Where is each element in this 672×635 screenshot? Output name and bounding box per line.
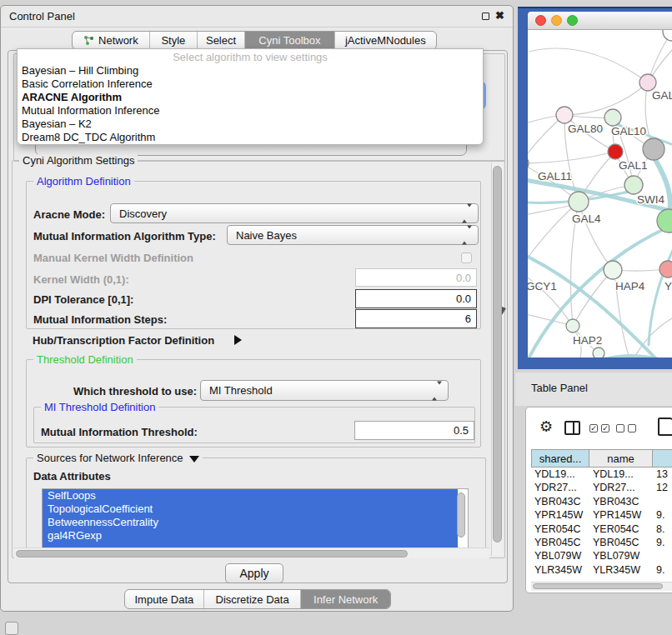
- minimize-traffic-light-icon[interactable]: [551, 15, 562, 26]
- column-header[interactable]: shared...: [531, 449, 589, 468]
- apply-button[interactable]: Apply: [225, 563, 283, 583]
- columns-icon[interactable]: [564, 421, 580, 435]
- table-row[interactable]: YDR27...YDR27...12: [531, 481, 672, 494]
- mi-threshold-field[interactable]: 0.5: [354, 421, 474, 440]
- table-cell: YBL079W: [534, 550, 581, 562]
- which-threshold-combobox[interactable]: MI Threshold: [200, 380, 449, 401]
- network-edge[interactable]: [528, 312, 567, 324]
- network-node-hap4[interactable]: [604, 261, 622, 279]
- network-edge[interactable]: [528, 116, 556, 127]
- network-canvas[interactable]: GALGAL80GAL10GAL1SWI4GAL11GAL4GCY1HAP4YH…: [528, 30, 672, 358]
- column-header[interactable]: [653, 449, 672, 468]
- select-all-check-icon[interactable]: ✓: [589, 424, 598, 432]
- table-row[interactable]: YIL052CYIL052C9.: [531, 577, 672, 578]
- minimized-panel-icon[interactable]: [5, 622, 18, 635]
- close-traffic-light-icon[interactable]: [535, 15, 546, 26]
- dropdown-item[interactable]: ARACNE Algorithm: [18, 91, 483, 104]
- network-edge[interactable]: [528, 115, 564, 163]
- tab-select[interactable]: Select: [198, 32, 245, 49]
- network-node[interactable]: [593, 348, 604, 358]
- network-node-gal10[interactable]: [604, 109, 621, 126]
- deselect-check2-icon[interactable]: [628, 424, 636, 432]
- table-row[interactable]: YDL19...YDL19...13: [531, 468, 672, 481]
- dropdown-item[interactable]: Basic Correlation Inference: [18, 78, 483, 91]
- network-node-gal4[interactable]: [569, 192, 589, 212]
- close-icon[interactable]: ✖: [495, 9, 504, 22]
- network-node-label: GAL80: [568, 122, 603, 135]
- hub-definition-label[interactable]: Hub/Transcription Factor Definition: [33, 334, 214, 347]
- network-node[interactable]: [657, 209, 672, 232]
- table-horizontal-scrollbar[interactable]: [531, 582, 672, 591]
- table-row[interactable]: YBR043CYBR043C: [531, 495, 672, 508]
- settings-horizontal-scrollbar[interactable]: [14, 548, 489, 558]
- tab-style[interactable]: Style: [150, 32, 198, 49]
- attribute-item[interactable]: BetweennessCentrality: [43, 516, 458, 529]
- dropdown-item[interactable]: Mutual Information Inference: [18, 104, 483, 118]
- table-hscroll-thumb[interactable]: [533, 583, 663, 589]
- table-row[interactable]: YBL079WYBL079W: [531, 549, 672, 562]
- table-cell: YDL19...: [593, 468, 634, 480]
- attribute-item[interactable]: SelfLoops: [43, 489, 458, 502]
- tab-impute-data[interactable]: Impute Data: [125, 590, 204, 608]
- table-row[interactable]: YPR145WYPR145W9.: [531, 508, 672, 522]
- tab-jactivemnodules[interactable]: jActiveMNodules: [335, 32, 436, 49]
- dropdown-item[interactable]: Bayesian – Hill Climbing: [18, 64, 483, 78]
- table-row[interactable]: YER054CYER054C8.: [531, 522, 672, 536]
- column-header[interactable]: name: [589, 449, 653, 468]
- table-row[interactable]: YBR045CYBR045C9.: [531, 536, 672, 549]
- data-attributes-list[interactable]: SelfLoopsTopologicalCoefficientBetweenne…: [42, 488, 469, 548]
- table-cell: 9.: [656, 537, 664, 548]
- list-scrollbar[interactable]: [457, 492, 465, 538]
- network-node-y[interactable]: [659, 261, 672, 278]
- settings-vscroll-thumb[interactable]: [493, 166, 502, 542]
- network-edge[interactable]: [564, 82, 648, 115]
- mi-type-combobox[interactable]: Naive Bayes: [227, 225, 479, 245]
- network-node-hap2[interactable]: [566, 319, 579, 332]
- hub-expand-arrow-icon[interactable]: [234, 335, 242, 345]
- network-node-label: GAL10: [611, 125, 646, 138]
- network-node-label: GCY1: [528, 280, 557, 292]
- attribute-item[interactable]: TopologicalCoefficient: [43, 502, 458, 516]
- network-node[interactable]: [643, 138, 664, 160]
- float-window-icon[interactable]: [482, 12, 489, 20]
- gear-icon[interactable]: ⚙: [539, 419, 553, 434]
- settings-vertical-scrollbar[interactable]: [491, 162, 503, 556]
- dropdown-item[interactable]: Bayesian – K2: [18, 118, 483, 131]
- network-edge[interactable]: [529, 48, 642, 78]
- mi-threshold-group: MI Threshold Definition Mutual Informati…: [33, 407, 475, 443]
- mi-steps-field[interactable]: 6: [355, 309, 477, 328]
- tab-discretize-data[interactable]: Discretize Data: [204, 590, 302, 608]
- manual-kernel-checkbox[interactable]: [461, 252, 472, 263]
- dropdown-item[interactable]: Dream8 DC_TDC Algorithm: [18, 131, 483, 144]
- select-all-check2-icon[interactable]: ✓: [601, 424, 609, 432]
- export-table-icon[interactable]: [658, 418, 672, 436]
- table-cell: YBR045C: [534, 537, 581, 548]
- network-edge[interactable]: [528, 152, 615, 163]
- tab-cyni-toolbox[interactable]: Cyni Toolbox: [245, 32, 335, 49]
- deselect-check-icon[interactable]: [616, 424, 624, 432]
- dpi-tolerance-field[interactable]: 0.0: [355, 289, 477, 308]
- network-edge[interactable]: [528, 206, 569, 217]
- collapse-arrow-icon[interactable]: [189, 456, 199, 462]
- table-cell: YDR27...: [593, 482, 635, 493]
- table-cell: YBR045C: [593, 537, 639, 548]
- network-node[interactable]: [663, 30, 672, 41]
- table-cell: YBL079W: [593, 550, 639, 562]
- network-node-gal1[interactable]: [608, 144, 623, 159]
- attribute-item[interactable]: gal4RGexp: [43, 529, 458, 542]
- zoom-traffic-light-icon[interactable]: [567, 15, 578, 26]
- settings-hscroll-thumb[interactable]: [16, 550, 408, 558]
- table-row[interactable]: YLR345WYLR345W9.: [531, 563, 672, 577]
- network-node-gal80[interactable]: [556, 107, 573, 123]
- tab-network[interactable]: Network: [73, 32, 150, 49]
- aracne-mode-combobox[interactable]: Discovery: [110, 203, 479, 223]
- network-node-gal[interactable]: [639, 74, 656, 91]
- threshold-definition-title: Threshold Definition: [33, 353, 137, 366]
- network-node-swi4[interactable]: [624, 176, 643, 194]
- network-edge[interactable]: [635, 318, 672, 356]
- network-view-window: GALGAL80GAL10GAL1SWI4GAL11GAL4GCY1HAP4YH…: [518, 7, 672, 369]
- network-node-gal11[interactable]: [528, 155, 529, 172]
- table-cell: YLR345W: [534, 564, 582, 576]
- tab-infer-network[interactable]: Infer Network: [301, 590, 390, 608]
- table-panel-header: Table Panel: [515, 372, 672, 406]
